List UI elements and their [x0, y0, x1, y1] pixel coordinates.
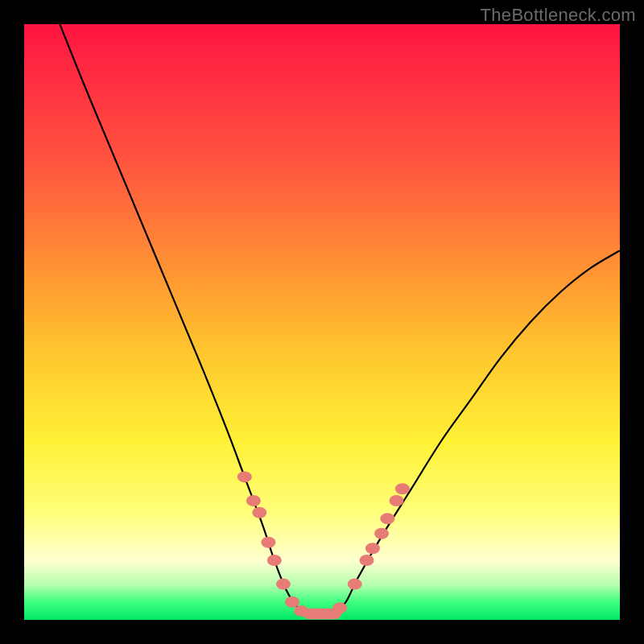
marker-point	[332, 602, 347, 613]
marker-point	[267, 555, 282, 566]
marker-point	[246, 495, 261, 506]
marker-point	[380, 513, 394, 524]
chart-plot-area	[24, 24, 620, 620]
marker-point	[252, 507, 266, 518]
marker-point	[360, 555, 374, 566]
chart-frame: TheBottleneck.com	[0, 0, 644, 644]
marker-group	[237, 471, 410, 619]
bottleneck-curve	[60, 24, 620, 615]
marker-point	[365, 543, 380, 554]
chart-svg	[24, 24, 620, 620]
marker-point	[395, 483, 410, 494]
marker-point	[276, 579, 291, 590]
marker-point	[261, 537, 275, 548]
marker-point	[348, 579, 362, 590]
marker-point	[374, 528, 389, 539]
marker-point	[285, 597, 299, 608]
marker-point	[237, 471, 252, 482]
marker-point	[390, 495, 404, 506]
watermark-text: TheBottleneck.com	[481, 5, 636, 26]
